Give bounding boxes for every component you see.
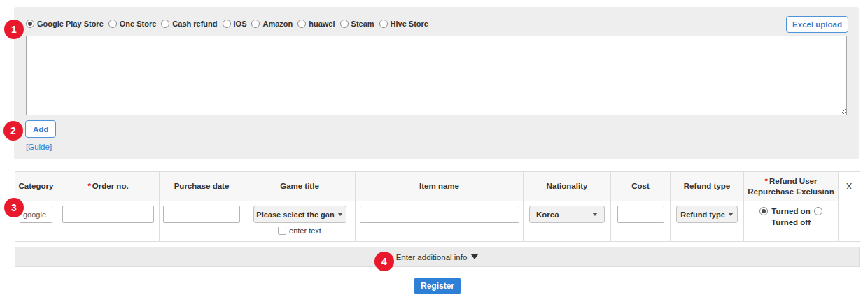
guide-link[interactable]: [Guide]: [26, 143, 52, 151]
header-refund-type: Refund type: [671, 172, 744, 201]
store-option-amazon[interactable]: Amazon: [251, 20, 293, 28]
store-option-steam[interactable]: Steam: [340, 20, 374, 28]
radio-icon: [223, 20, 231, 28]
table-header-row: Category *Order no. Purchase date Game t…: [15, 172, 860, 201]
header-cost: Cost: [611, 172, 671, 201]
store-option-one-store[interactable]: One Store: [108, 20, 157, 28]
store-option-label: Steam: [351, 20, 374, 28]
radio-icon: [161, 20, 169, 28]
caret-down-icon: [337, 213, 343, 216]
nationality-dropdown[interactable]: Korea: [529, 206, 605, 223]
additional-info-label: Enter additional info: [396, 253, 468, 261]
header-category: Category: [15, 172, 57, 201]
annotation-badge-2: 2: [4, 121, 23, 141]
annotation-badge-3: 3: [4, 198, 24, 217]
store-option-label: One Store: [120, 20, 157, 28]
cost-input[interactable]: [617, 206, 664, 223]
header-refund-user-repurchase-exclusion: *Refund User Repurchase Exclusion: [744, 172, 839, 201]
store-option-label: iOS: [234, 20, 247, 28]
item-name-cell: [356, 201, 524, 242]
turned-on-label: Turned on: [771, 207, 810, 215]
radio-selected-icon: [26, 20, 34, 28]
bulk-order-textarea[interactable]: [26, 36, 847, 115]
store-option-label: Amazon: [262, 20, 293, 28]
turned-off-radio[interactable]: [814, 207, 822, 215]
store-option-hive-store[interactable]: Hive Store: [379, 20, 428, 28]
store-option-label: Google Play Store: [37, 20, 104, 28]
delete-row-button[interactable]: X: [839, 172, 860, 242]
required-marker: *: [765, 177, 768, 185]
order-no-cell: [57, 201, 160, 242]
refund-type-cell: Refund type: [671, 201, 744, 242]
annotation-badge-4: 4: [374, 252, 394, 271]
radio-icon: [108, 20, 117, 28]
radio-icon: [251, 20, 260, 28]
header-purchase-date: Purchase date: [160, 172, 244, 201]
required-marker: *: [88, 182, 90, 190]
bulk-register-panel: Google Play Store One Store Cash refund …: [14, 7, 859, 159]
purchase-date-cell: [160, 201, 244, 242]
caret-down-icon: [592, 213, 598, 216]
register-button[interactable]: Register: [414, 278, 461, 294]
annotation-badge-1: 1: [4, 20, 24, 39]
radio-icon: [379, 20, 388, 28]
item-name-input[interactable]: [360, 206, 519, 223]
store-option-huawei[interactable]: huawei: [298, 20, 335, 28]
radio-icon: [340, 20, 349, 28]
game-title-cell: Please select the gan enter text: [244, 201, 356, 242]
refund-type-dropdown[interactable]: Refund type: [676, 206, 738, 223]
game-title-dropdown[interactable]: Please select the gan: [253, 206, 346, 223]
header-game-title: Game title: [244, 172, 356, 201]
enter-text-checkbox-row[interactable]: enter text: [246, 226, 353, 235]
store-radio-group: Google Play Store One Store Cash refund …: [26, 20, 428, 28]
store-option-label: huawei: [309, 20, 335, 28]
cost-cell: [611, 201, 671, 242]
store-option-cash-refund[interactable]: Cash refund: [161, 20, 217, 28]
store-option-google-play-store[interactable]: Google Play Store: [26, 20, 104, 28]
header-order-no: *Order no.: [57, 172, 160, 201]
category-input[interactable]: [20, 206, 52, 223]
store-option-label: Cash refund: [172, 20, 217, 28]
repurchase-exclusion-cell: Turned on Turned off: [744, 201, 839, 242]
header-nationality: Nationality: [524, 172, 611, 201]
header-item-name: Item name: [356, 172, 524, 201]
checkbox-icon: [278, 226, 286, 235]
store-option-ios[interactable]: iOS: [223, 20, 247, 28]
table-data-row: Please select the gan enter text Korea: [15, 201, 860, 242]
turned-on-radio[interactable]: [760, 207, 768, 215]
order-no-input[interactable]: [62, 206, 154, 223]
additional-info-toggle[interactable]: Enter additional info: [15, 247, 860, 267]
triangle-down-icon: [471, 254, 478, 259]
store-option-label: Hive Store: [391, 20, 428, 28]
caret-down-icon: [728, 213, 734, 216]
turned-off-label: Turned off: [746, 218, 836, 226]
purchase-date-input[interactable]: [163, 206, 240, 223]
enter-text-label: enter text: [289, 226, 321, 235]
order-entry-table: Category *Order no. Purchase date Game t…: [15, 171, 860, 242]
nationality-cell: Korea: [524, 201, 611, 242]
add-button[interactable]: Add: [25, 120, 56, 138]
radio-icon: [298, 20, 306, 28]
excel-upload-button[interactable]: Excel upload: [786, 16, 848, 33]
